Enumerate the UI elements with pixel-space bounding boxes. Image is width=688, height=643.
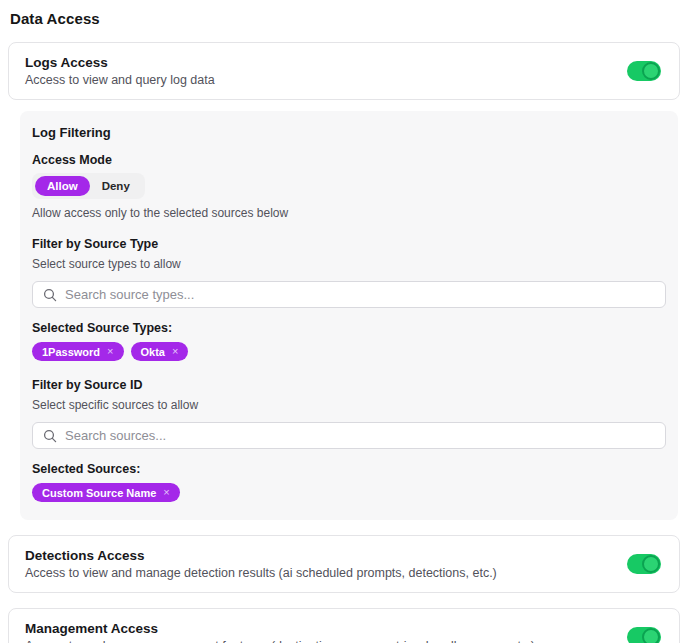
detections-access-toggle[interactable] — [627, 554, 661, 574]
chip-custom-source-name[interactable]: Custom Source Name × — [32, 483, 180, 502]
source-type-search-box[interactable] — [32, 281, 666, 308]
source-id-search-box[interactable] — [32, 422, 666, 449]
data-access-page: Data Access Logs Access Access to view a… — [0, 0, 688, 643]
detections-access-texts: Detections Access Access to view and man… — [23, 548, 497, 580]
toggle-knob — [642, 62, 660, 80]
access-mode-caption: Allow access only to the selected source… — [32, 206, 666, 220]
source-id-label: Filter by Source ID — [32, 378, 666, 392]
source-type-label: Filter by Source Type — [32, 237, 666, 251]
logs-access-card: Logs Access Access to view and query log… — [8, 42, 680, 100]
chip-label: Custom Source Name — [42, 487, 156, 499]
source-id-search-input[interactable] — [65, 428, 655, 443]
source-type-section: Filter by Source Type Select source type… — [32, 237, 666, 361]
access-mode-deny-button[interactable]: Deny — [90, 176, 142, 196]
selected-sources-chips: Custom Source Name × — [32, 483, 666, 502]
selected-sources-label: Selected Sources: — [32, 462, 666, 476]
log-filtering-panel: Log Filtering Access Mode Allow Deny All… — [20, 111, 678, 520]
source-type-search-input[interactable] — [65, 287, 655, 302]
logs-access-description: Access to view and query log data — [25, 73, 215, 87]
management-access-description: Access to workspace management features … — [25, 639, 535, 643]
chip-remove-icon[interactable]: × — [107, 346, 113, 357]
chip-remove-icon[interactable]: × — [172, 346, 178, 357]
chip-1password[interactable]: 1Password × — [32, 342, 124, 361]
access-mode-label: Access Mode — [32, 153, 666, 167]
logs-access-texts: Logs Access Access to view and query log… — [23, 55, 215, 87]
toggle-knob — [642, 628, 660, 643]
detections-access-card: Detections Access Access to view and man… — [8, 535, 680, 593]
search-icon — [43, 288, 57, 302]
selected-source-types-chips: 1Password × Okta × — [32, 342, 666, 361]
search-icon — [43, 429, 57, 443]
management-access-card: Management Access Access to workspace ma… — [8, 608, 680, 643]
access-mode-segmented-control: Allow Deny — [32, 173, 145, 199]
detections-access-description: Access to view and manage detection resu… — [25, 566, 497, 580]
management-access-texts: Management Access Access to workspace ma… — [23, 621, 535, 643]
source-id-caption: Select specific sources to allow — [32, 398, 666, 412]
chip-okta[interactable]: Okta × — [131, 342, 189, 361]
chip-remove-icon[interactable]: × — [163, 487, 169, 498]
page-title: Data Access — [10, 10, 680, 27]
logs-access-title: Logs Access — [25, 55, 215, 70]
source-id-section: Filter by Source ID Select specific sour… — [32, 378, 666, 502]
logs-access-toggle[interactable] — [627, 61, 661, 81]
detections-access-title: Detections Access — [25, 548, 497, 563]
selected-source-types-label: Selected Source Types: — [32, 321, 666, 335]
log-filtering-title: Log Filtering — [32, 125, 666, 140]
chip-label: 1Password — [42, 346, 100, 358]
management-access-toggle[interactable] — [627, 627, 661, 643]
management-access-title: Management Access — [25, 621, 535, 636]
access-mode-allow-button[interactable]: Allow — [35, 176, 90, 196]
chip-label: Okta — [141, 346, 165, 358]
source-type-caption: Select source types to allow — [32, 257, 666, 271]
toggle-knob — [642, 555, 660, 573]
